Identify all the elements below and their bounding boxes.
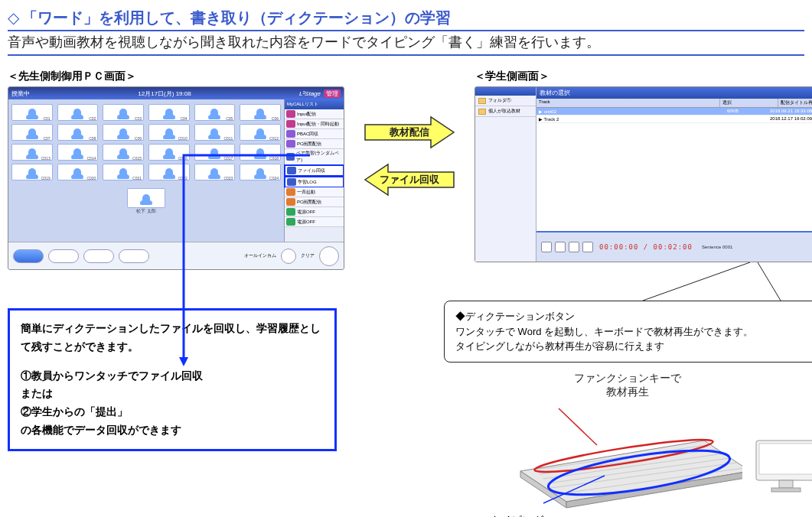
seat[interactable]: C016 (148, 144, 190, 161)
student-blank-area (536, 123, 812, 231)
seat[interactable]: C024 (240, 164, 281, 180)
teacher-status: 授業中 (11, 89, 30, 98)
explain-line: の各機能でデータ回収ができます (21, 421, 324, 440)
sentence-indicator: Sentence 0001 (702, 245, 732, 249)
keyboard-illustration (513, 402, 742, 509)
material-row[interactable]: ▶ Track 22018.12.17 19:02:09 (536, 115, 812, 123)
footer-dpad[interactable] (319, 246, 339, 266)
sidebar-item[interactable]: 学習LOG (284, 176, 344, 188)
seat[interactable]: C010 (148, 124, 190, 141)
sidebar-item[interactable]: Input配信 (285, 109, 344, 119)
ff-button[interactable] (582, 242, 593, 252)
arrow-send: 教材配信 (364, 115, 455, 149)
seat[interactable]: C013 (11, 144, 53, 161)
seat[interactable]: C06 (240, 104, 281, 121)
seat[interactable]: C012 (240, 124, 281, 141)
student-screen-mock: フォルダ①個人が取込教材 教材の選択 Track 選択 配信タイトル再生 日付 … (474, 86, 812, 262)
svg-line-13 (559, 408, 597, 445)
student-folder-item[interactable]: 個人が取込教材 (475, 106, 536, 117)
dictation-heading: ◆ディクテーションボタン (455, 309, 812, 324)
footer-pill[interactable] (119, 249, 149, 263)
footer-allincome[interactable]: オールインカム (244, 252, 276, 259)
footer-pill[interactable] (48, 249, 79, 263)
sidebar-item[interactable]: ペア学習(ランダムペア) (285, 149, 344, 165)
seat[interactable]: C07 (11, 124, 53, 141)
teacher-name: 松下 太郎 (127, 208, 165, 215)
dictation-line: タイピングしながら教材再生が容易に行えます (455, 339, 812, 354)
seat[interactable]: C020 (57, 164, 99, 180)
student-folder-item[interactable]: フォルダ① (475, 96, 536, 106)
rewind-button[interactable] (541, 242, 552, 252)
svg-line-0 (643, 262, 750, 301)
svg-rect-17 (779, 480, 793, 488)
seat[interactable]: C03 (103, 104, 144, 121)
seat[interactable]: C04 (148, 104, 190, 121)
player-timer: 00:00:00 / 00:02:00 (599, 243, 693, 251)
teacher-own-seat: 松下 太郎 (127, 188, 165, 215)
seat[interactable]: C019 (11, 164, 53, 180)
arrow-send-label: 教材配信 (364, 115, 455, 149)
seat-area: C01C02C03C04C05C06C07C08C09C010C011C012C… (8, 99, 284, 242)
seat[interactable]: C017 (194, 144, 236, 161)
seat[interactable]: C018 (240, 144, 281, 161)
sidebar-item[interactable]: Input配信・同時起動 (285, 119, 344, 129)
footer-clear-button[interactable] (281, 249, 296, 264)
teacher-date: 12月17日(月) 19:08 (138, 89, 191, 98)
page-title: 「ワード」を利用して、書き取り（ディクテーション）の学習 (22, 8, 451, 28)
teacher-footer: オールインカム クリア (8, 242, 344, 269)
explain-line: ②学生からの「提出」 (21, 403, 324, 421)
sidebar-item[interactable]: 一斉起動 (285, 187, 344, 197)
svg-rect-18 (771, 488, 801, 492)
explain-line: または (21, 385, 324, 403)
seat[interactable]: C09 (103, 124, 144, 141)
page-subtitle: 音声や動画教材を視聴しながら聞き取れた内容をワードでタイピング「書く」練習を行い… (8, 33, 804, 56)
footer-pill[interactable] (83, 249, 114, 263)
seat[interactable]: C02 (57, 104, 99, 121)
student-illustration (750, 372, 812, 518)
arrow-collect: ファイル回収 (364, 163, 455, 197)
teacher-screen-mock: 授業中 12月17日(月) 19:08 L³Stage 管理 C01C02C03… (8, 86, 344, 270)
keyboard-top-label: ファンクションキーで 教材再生 (513, 372, 742, 399)
footer-pill-main[interactable] (13, 249, 44, 263)
sidebar-item[interactable]: PC画面配信 (285, 197, 344, 207)
play-button[interactable] (555, 242, 566, 252)
page-title-row: ◇ 「ワード」を利用して、書き取り（ディクテーション）の学習 (8, 8, 804, 31)
student-player-controls: 00:00:00 / 00:02:00 Sentence 0001 (536, 231, 812, 262)
student-table-header: Track 選択 配信タイトル再生 日付 (536, 99, 812, 108)
dictation-line: ワンタッチで Word を起動し、キーボードで教材再生ができます。 (455, 324, 812, 340)
seat[interactable]: C014 (57, 144, 99, 161)
student-window-title: 教材の選択 (536, 87, 812, 99)
seat[interactable]: C023 (194, 164, 236, 180)
seat[interactable]: C08 (57, 124, 99, 141)
sidebar-title: MyCALLリスト (285, 99, 344, 109)
svg-rect-16 (759, 444, 812, 474)
diamond-icon: ◇ (8, 8, 19, 27)
seat[interactable]: C015 (103, 144, 144, 161)
sidebar-item[interactable]: PC画面配信 (285, 139, 344, 149)
seat[interactable]: C01 (11, 104, 53, 121)
arrow-collect-label: ファイル回収 (364, 163, 455, 197)
seat[interactable]: C021 (103, 164, 144, 180)
student-panel-label: ＜学生側画面＞ (474, 70, 812, 83)
material-row[interactable]: ▶ unit0260KB2018.09.21 18:33:08 (536, 108, 812, 115)
explanation-box: 簡単にディクテーションしたファイルを回収し、学習履歴として残すことができます。 … (8, 308, 337, 451)
teacher-admin: 管理 (324, 89, 341, 98)
sidebar-item[interactable]: 電源OFF (285, 207, 344, 217)
teacher-brand: L³Stage (299, 90, 321, 97)
dictation-info-box: ◆ディクテーションボタン ワンタッチで Word を起動し、キーボードで教材再生… (444, 301, 812, 363)
sidebar-item[interactable]: PBAC回収 (285, 129, 344, 139)
explain-line: ①教員からワンタッチでファイル回収 (21, 367, 324, 385)
sidebar-item[interactable]: 電源OFF (285, 217, 344, 227)
svg-line-1 (758, 262, 781, 301)
seat[interactable]: C022 (148, 164, 190, 180)
sidebar-item[interactable]: ファイル回収 (284, 164, 344, 177)
explain-line: 簡単にディクテーションしたファイルを回収し、学習履歴として残すことができます。 (21, 320, 324, 356)
seat[interactable]: C011 (194, 124, 236, 141)
footer-clear-label: クリア (301, 252, 315, 259)
keyboard-bottom-label: タイピング （ディクテーション） (490, 514, 742, 518)
student-left-pane: フォルダ①個人が取込教材 (475, 87, 536, 262)
stop-button[interactable] (569, 242, 579, 252)
seat[interactable]: C05 (194, 104, 236, 121)
teacher-panel-label: ＜先生側制御用ＰＣ画面＞ (8, 70, 344, 83)
teacher-header: 授業中 12月17日(月) 19:08 L³Stage 管理 (8, 87, 344, 99)
